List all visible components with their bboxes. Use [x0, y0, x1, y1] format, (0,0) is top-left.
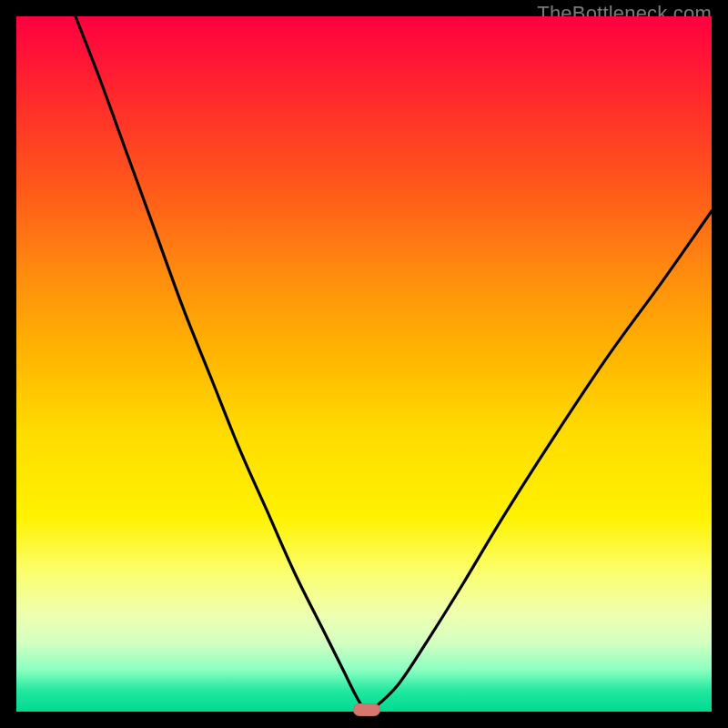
chart-wrapper: TheBottleneck.com	[0, 0, 728, 728]
bottleneck-curve	[16, 16, 712, 712]
plot-area	[16, 16, 712, 712]
optimal-marker	[353, 703, 380, 716]
